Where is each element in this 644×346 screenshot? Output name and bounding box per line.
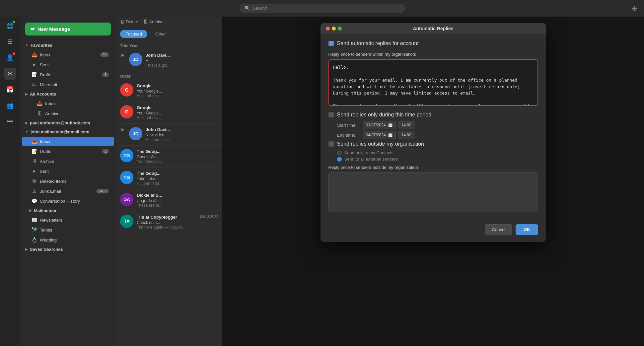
- nav-john-archive[interactable]: 🗄 Archive: [22, 157, 114, 166]
- email-meta: 04/12/2022: [200, 215, 218, 219]
- nav-wedding[interactable]: 💍 Wedding: [22, 235, 114, 244]
- modal-overlay: Automatic Replies ✓ Send automatic repli…: [222, 17, 644, 346]
- search-bar[interactable]: 🔍 Search: [239, 4, 405, 13]
- archive-button[interactable]: 🗄 Archive: [144, 19, 164, 24]
- rail-person[interactable]: 👤: [4, 52, 16, 64]
- mailmeteor-label: Mailmeteor: [34, 208, 57, 213]
- globe-badge: [13, 21, 15, 23]
- email-date: 04/12/2022: [200, 215, 218, 219]
- email-item[interactable]: TG The Goog... Google Wo... Your Google.…: [116, 146, 222, 168]
- paul-account-label: paul.anthonioz@outlook.com: [30, 120, 90, 125]
- outside-org-checkbox[interactable]: [328, 141, 334, 147]
- new-message-button[interactable]: ✏ New Message: [25, 23, 111, 35]
- rail-calendar[interactable]: 📅: [4, 84, 16, 96]
- nav-sent[interactable]: ➤ Sent: [22, 60, 114, 69]
- tab-focused[interactable]: Focused: [120, 30, 147, 38]
- reply-org-label: Reply once to senders within my organisa…: [328, 52, 538, 57]
- nav-john-sent[interactable]: ➤ Sent: [22, 167, 114, 176]
- email-preview: Your Google...: [137, 159, 218, 164]
- nav-all-archive[interactable]: 🗄 Archive: [22, 109, 114, 118]
- reply-textarea[interactable]: Hello, Thank you for your email. I am cu…: [328, 59, 538, 106]
- rail-menu[interactable]: ☰: [4, 36, 16, 48]
- nav-all-inbox[interactable]: 📥 Inbox: [22, 99, 114, 108]
- older-label: Older: [116, 71, 222, 80]
- favourites-section[interactable]: ▼ Favourites: [20, 41, 116, 50]
- tennis-icon: 🎾: [31, 227, 37, 233]
- top-bar-right-icon[interactable]: ⊕: [632, 4, 637, 12]
- end-time-label: End time:: [337, 133, 360, 138]
- email-list: This Year ▶ JD John Davi... Hi This is a…: [116, 41, 222, 346]
- email-item[interactable]: TA Tim at Copyblogger Check out t... Tim…: [116, 211, 222, 233]
- paul-account-section[interactable]: ▶ paul.anthonioz@outlook.com: [20, 118, 116, 127]
- maximize-button[interactable]: [338, 27, 342, 31]
- tab-other[interactable]: Other: [150, 30, 172, 38]
- john-account-label: john.mailmeteor@gmail.com: [31, 129, 89, 134]
- john-archive-icon: 🗄: [31, 159, 37, 164]
- modal-footer: Cancel OK: [321, 224, 546, 242]
- start-time-input[interactable]: 14:00: [398, 121, 414, 129]
- send-contacts-radio[interactable]: [337, 151, 342, 155]
- cancel-button[interactable]: Cancel: [485, 224, 512, 235]
- email-item[interactable]: TG The Goog... John, take... Hi John, Th…: [116, 168, 222, 189]
- all-inbox-icon: 📥: [36, 101, 42, 106]
- rail-people[interactable]: 👥: [4, 100, 16, 111]
- nav-john-inbox[interactable]: 📥 Inbox: [22, 137, 114, 146]
- delete-button[interactable]: 🗑 Delete: [120, 19, 138, 24]
- email-content: The Goog... Google Wo... Your Google...: [137, 149, 218, 164]
- email-subject: Your Google...: [137, 111, 218, 115]
- rail-mail[interactable]: ✉: [4, 68, 16, 80]
- nav-newsletters[interactable]: 📰 Newsletters: [22, 215, 114, 225]
- john-account-section[interactable]: ▼ john.mailmeteor@gmail.com: [20, 127, 116, 136]
- avatar: G: [120, 105, 133, 118]
- nav-john-conversation[interactable]: 💬 Conversation History: [22, 196, 114, 206]
- tennis-label: Tennis: [40, 228, 52, 233]
- this-year-label: This Year: [116, 41, 222, 49]
- rail-more[interactable]: •••: [4, 115, 16, 127]
- all-accounts-section[interactable]: ▶ All Accounts: [20, 90, 116, 99]
- send-external-row: Send to all external senders: [337, 157, 538, 162]
- archive-label: Archive: [149, 19, 164, 24]
- nav-inbox[interactable]: 📥 Inbox 29: [22, 50, 114, 59]
- all-accounts-label: All Accounts: [30, 92, 56, 97]
- send-external-radio[interactable]: [337, 157, 342, 162]
- send-auto-checkbox[interactable]: ✓: [328, 41, 334, 46]
- end-time-input[interactable]: 14:00: [398, 131, 414, 139]
- end-date-input[interactable]: 04/07/2024 📅: [363, 131, 396, 139]
- email-list-panel: 🗑 Delete 🗄 Archive Focused Other This Ye…: [116, 17, 222, 346]
- archive-icon: 🗄: [144, 19, 148, 24]
- minimize-button[interactable]: [332, 27, 336, 31]
- mailmeteor-section[interactable]: ▶ Mailmeteor: [20, 206, 116, 215]
- time-period-checkbox[interactable]: [328, 112, 334, 117]
- microsoft-icon: 🗂: [31, 82, 37, 87]
- saved-searches-section[interactable]: ▶ Saved Searches: [20, 245, 116, 254]
- expand-arrow[interactable]: ▶: [120, 53, 126, 57]
- nav-john-junk[interactable]: ⚠ Junk Email 2463: [22, 186, 114, 196]
- outside-reply-textarea[interactable]: [328, 173, 538, 212]
- email-item[interactable]: ▶ JD John Davi... Hi This is a gro...: [116, 49, 222, 71]
- expand-arrow[interactable]: ▶: [120, 127, 126, 132]
- email-item[interactable]: G Google Your Google... Account rec...: [116, 80, 222, 102]
- email-subject: Your Google...: [137, 89, 218, 94]
- end-time-value: 14:00: [401, 133, 411, 137]
- john-archive-label: Archive: [40, 159, 54, 164]
- modal-body: ✓ Send automatic replies for account Rep…: [321, 34, 546, 224]
- saved-searches-label: Saved Searches: [30, 247, 63, 252]
- all-inbox-label: Inbox: [45, 101, 56, 106]
- nav-john-drafts[interactable]: 📝 Drafts 2: [22, 147, 114, 156]
- nav-microsoft[interactable]: 🗂 Microsoft: [22, 80, 114, 89]
- close-button[interactable]: [326, 27, 330, 31]
- john-inbox-label: Inbox: [40, 139, 50, 144]
- send-contacts-label: Send only to my Contacts: [344, 150, 394, 155]
- email-item[interactable]: G Google Your Google... Account rec...: [116, 102, 222, 124]
- nav-tennis[interactable]: 🎾 Tennis: [22, 225, 114, 235]
- email-item[interactable]: DA Dickie at S... Upgrade #2... These ar…: [116, 189, 222, 211]
- email-sender: Google: [137, 105, 218, 110]
- ok-button[interactable]: OK: [516, 224, 538, 235]
- email-item[interactable]: ▶ JD John Davi... New video... Hi John, …: [116, 124, 222, 146]
- email-content: The Goog... John, take... Hi John, Tha..…: [137, 171, 218, 186]
- rail-globe[interactable]: 🌐: [4, 20, 16, 32]
- time-period-row: Send replies only during this time perio…: [328, 112, 538, 118]
- nav-john-deleted[interactable]: 🗑 Deleted Items: [22, 176, 114, 186]
- start-date-input[interactable]: 03/07/2024 📅: [363, 121, 396, 129]
- nav-drafts[interactable]: 📝 Drafts 8: [22, 70, 114, 79]
